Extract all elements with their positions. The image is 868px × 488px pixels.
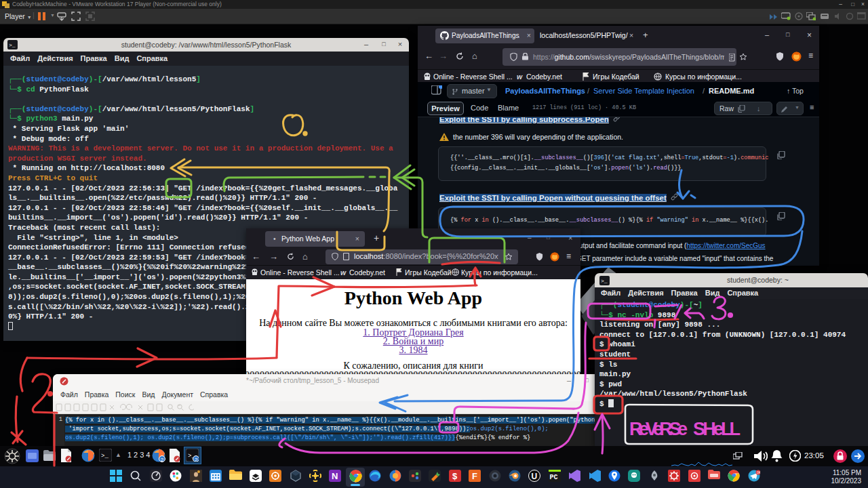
svg-text:N: N xyxy=(332,471,338,481)
svg-text:F: F xyxy=(472,471,477,481)
svg-text:>_: >_ xyxy=(9,42,16,48)
svg-text:PC: PC xyxy=(550,474,558,481)
svg-text:2: 2 xyxy=(161,457,164,463)
svg-text:2: 2 xyxy=(195,457,198,462)
svg-text:>_: >_ xyxy=(101,453,108,460)
svg-text:U: U xyxy=(532,472,538,481)
svg-text:.04: .04 xyxy=(756,471,760,474)
svg-text:$: $ xyxy=(452,471,458,481)
svg-text:>_: >_ xyxy=(601,278,608,284)
